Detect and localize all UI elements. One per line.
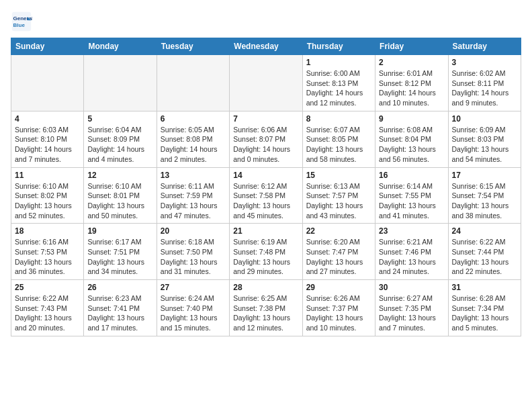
day-info: Sunrise: 6:27 AM Sunset: 7:35 PM Dayligh…	[379, 293, 444, 333]
calendar-week-row: 25Sunrise: 6:22 AM Sunset: 7:43 PM Dayli…	[11, 280, 521, 336]
day-info: Sunrise: 6:08 AM Sunset: 8:04 PM Dayligh…	[379, 125, 444, 165]
day-info: Sunrise: 6:06 AM Sunset: 8:07 PM Dayligh…	[233, 125, 298, 165]
calendar-day-cell: 5Sunrise: 6:04 AM Sunset: 8:09 PM Daylig…	[84, 111, 157, 167]
day-of-week-header: Thursday	[302, 38, 375, 55]
day-info: Sunrise: 6:12 AM Sunset: 7:58 PM Dayligh…	[233, 181, 298, 221]
day-info: Sunrise: 6:26 AM Sunset: 7:37 PM Dayligh…	[306, 293, 371, 333]
day-info: Sunrise: 6:05 AM Sunset: 8:08 PM Dayligh…	[161, 125, 226, 165]
calendar-day-cell: 1Sunrise: 6:00 AM Sunset: 8:13 PM Daylig…	[302, 55, 375, 111]
day-number: 27	[161, 283, 226, 292]
calendar-day-cell: 21Sunrise: 6:19 AM Sunset: 7:48 PM Dayli…	[230, 224, 302, 280]
day-info: Sunrise: 6:17 AM Sunset: 7:51 PM Dayligh…	[87, 237, 152, 277]
calendar-day-cell: 15Sunrise: 6:13 AM Sunset: 7:57 PM Dayli…	[302, 167, 375, 224]
day-number: 19	[87, 226, 152, 236]
day-number: 29	[306, 283, 371, 292]
day-number: 9	[379, 114, 444, 124]
calendar-day-cell: 27Sunrise: 6:24 AM Sunset: 7:40 PM Dayli…	[157, 280, 229, 336]
calendar-day-cell: 9Sunrise: 6:08 AM Sunset: 8:04 PM Daylig…	[375, 111, 448, 167]
calendar-day-cell	[230, 55, 302, 111]
day-info: Sunrise: 6:22 AM Sunset: 7:44 PM Dayligh…	[452, 237, 517, 277]
day-number: 31	[452, 283, 517, 292]
day-of-week-header: Monday	[84, 38, 157, 55]
day-number: 18	[15, 226, 80, 236]
day-info: Sunrise: 6:19 AM Sunset: 7:48 PM Dayligh…	[233, 237, 298, 277]
calendar-day-cell: 17Sunrise: 6:15 AM Sunset: 7:54 PM Dayli…	[448, 167, 521, 224]
day-info: Sunrise: 6:13 AM Sunset: 7:57 PM Dayligh…	[306, 181, 371, 221]
day-number: 13	[161, 171, 226, 180]
day-number: 28	[233, 283, 298, 292]
page-header: General Blue	[11, 11, 521, 32]
day-number: 25	[15, 283, 80, 292]
day-info: Sunrise: 6:02 AM Sunset: 8:11 PM Dayligh…	[452, 68, 517, 108]
day-info: Sunrise: 6:20 AM Sunset: 7:47 PM Dayligh…	[306, 237, 371, 277]
calendar-day-cell	[157, 55, 229, 111]
day-number: 10	[452, 114, 517, 124]
day-info: Sunrise: 6:10 AM Sunset: 8:01 PM Dayligh…	[87, 181, 152, 221]
day-info: Sunrise: 6:10 AM Sunset: 8:02 PM Dayligh…	[15, 181, 80, 221]
day-number: 12	[87, 171, 152, 180]
calendar-day-cell: 10Sunrise: 6:09 AM Sunset: 8:03 PM Dayli…	[448, 111, 521, 167]
calendar-week-row: 11Sunrise: 6:10 AM Sunset: 8:02 PM Dayli…	[11, 167, 521, 224]
day-info: Sunrise: 6:04 AM Sunset: 8:09 PM Dayligh…	[87, 125, 152, 165]
day-info: Sunrise: 6:15 AM Sunset: 7:54 PM Dayligh…	[452, 181, 517, 221]
calendar-day-cell: 7Sunrise: 6:06 AM Sunset: 8:07 PM Daylig…	[230, 111, 302, 167]
day-info: Sunrise: 6:22 AM Sunset: 7:43 PM Dayligh…	[15, 293, 80, 333]
day-number: 16	[379, 171, 444, 180]
calendar-table: SundayMondayTuesdayWednesdayThursdayFrid…	[11, 38, 521, 336]
calendar-day-cell: 18Sunrise: 6:16 AM Sunset: 7:53 PM Dayli…	[11, 224, 84, 280]
calendar-week-row: 4Sunrise: 6:03 AM Sunset: 8:10 PM Daylig…	[11, 111, 521, 167]
day-info: Sunrise: 6:00 AM Sunset: 8:13 PM Dayligh…	[306, 68, 371, 108]
day-of-week-header: Sunday	[11, 38, 84, 55]
day-info: Sunrise: 6:14 AM Sunset: 7:55 PM Dayligh…	[379, 181, 444, 221]
day-info: Sunrise: 6:11 AM Sunset: 7:59 PM Dayligh…	[161, 181, 226, 221]
day-of-week-header: Friday	[375, 38, 448, 55]
day-number: 11	[15, 171, 80, 180]
calendar-day-cell: 14Sunrise: 6:12 AM Sunset: 7:58 PM Dayli…	[230, 167, 302, 224]
day-number: 6	[161, 114, 226, 124]
svg-text:Blue: Blue	[13, 22, 26, 28]
calendar-day-cell: 23Sunrise: 6:21 AM Sunset: 7:46 PM Dayli…	[375, 224, 448, 280]
day-number: 23	[379, 226, 444, 236]
day-of-week-header: Tuesday	[157, 38, 229, 55]
day-number: 8	[306, 114, 371, 124]
logo: General Blue	[11, 11, 35, 32]
day-info: Sunrise: 6:16 AM Sunset: 7:53 PM Dayligh…	[15, 237, 80, 277]
day-of-week-header: Wednesday	[230, 38, 302, 55]
logo-icon: General Blue	[11, 11, 32, 32]
svg-text:General: General	[13, 15, 32, 21]
day-number: 22	[306, 226, 371, 236]
day-number: 14	[233, 171, 298, 180]
calendar-day-cell: 19Sunrise: 6:17 AM Sunset: 7:51 PM Dayli…	[84, 224, 157, 280]
day-number: 4	[15, 114, 80, 124]
day-info: Sunrise: 6:23 AM Sunset: 7:41 PM Dayligh…	[87, 293, 152, 333]
day-number: 3	[452, 58, 517, 67]
calendar-day-cell: 25Sunrise: 6:22 AM Sunset: 7:43 PM Dayli…	[11, 280, 84, 336]
day-info: Sunrise: 6:25 AM Sunset: 7:38 PM Dayligh…	[233, 293, 298, 333]
calendar-day-cell: 28Sunrise: 6:25 AM Sunset: 7:38 PM Dayli…	[230, 280, 302, 336]
day-number: 30	[379, 283, 444, 292]
day-number: 20	[161, 226, 226, 236]
calendar-day-cell: 30Sunrise: 6:27 AM Sunset: 7:35 PM Dayli…	[375, 280, 448, 336]
day-info: Sunrise: 6:09 AM Sunset: 8:03 PM Dayligh…	[452, 125, 517, 165]
calendar-day-cell: 11Sunrise: 6:10 AM Sunset: 8:02 PM Dayli…	[11, 167, 84, 224]
day-info: Sunrise: 6:01 AM Sunset: 8:12 PM Dayligh…	[379, 68, 444, 108]
day-info: Sunrise: 6:18 AM Sunset: 7:50 PM Dayligh…	[161, 237, 226, 277]
calendar-day-cell: 22Sunrise: 6:20 AM Sunset: 7:47 PM Dayli…	[302, 224, 375, 280]
calendar-day-cell	[84, 55, 157, 111]
day-number: 15	[306, 171, 371, 180]
calendar-day-cell: 3Sunrise: 6:02 AM Sunset: 8:11 PM Daylig…	[448, 55, 521, 111]
calendar-day-cell	[11, 55, 84, 111]
day-of-week-header: Saturday	[448, 38, 521, 55]
day-number: 7	[233, 114, 298, 124]
day-number: 24	[452, 226, 517, 236]
day-info: Sunrise: 6:21 AM Sunset: 7:46 PM Dayligh…	[379, 237, 444, 277]
day-number: 21	[233, 226, 298, 236]
calendar-day-cell: 2Sunrise: 6:01 AM Sunset: 8:12 PM Daylig…	[375, 55, 448, 111]
calendar-day-cell: 20Sunrise: 6:18 AM Sunset: 7:50 PM Dayli…	[157, 224, 229, 280]
calendar-day-cell: 29Sunrise: 6:26 AM Sunset: 7:37 PM Dayli…	[302, 280, 375, 336]
calendar-header-row: SundayMondayTuesdayWednesdayThursdayFrid…	[11, 38, 521, 55]
calendar-day-cell: 12Sunrise: 6:10 AM Sunset: 8:01 PM Dayli…	[84, 167, 157, 224]
day-info: Sunrise: 6:24 AM Sunset: 7:40 PM Dayligh…	[161, 293, 226, 333]
calendar-day-cell: 4Sunrise: 6:03 AM Sunset: 8:10 PM Daylig…	[11, 111, 84, 167]
calendar-day-cell: 8Sunrise: 6:07 AM Sunset: 8:05 PM Daylig…	[302, 111, 375, 167]
